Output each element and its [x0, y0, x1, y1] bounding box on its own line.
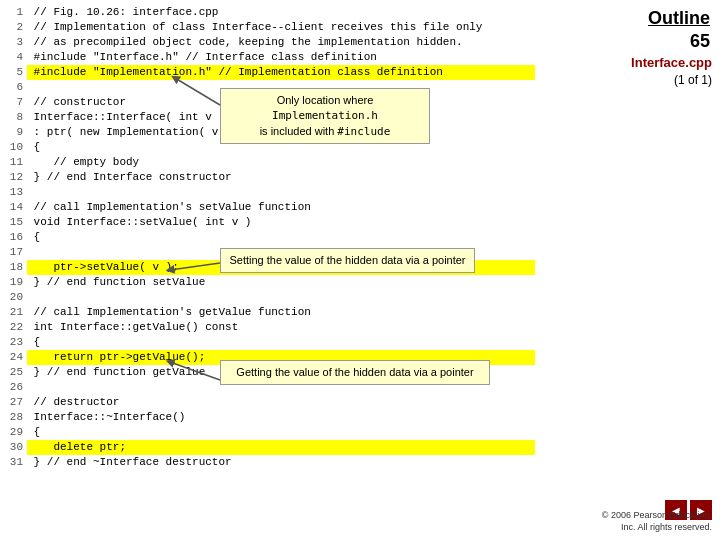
line-number: 26 — [5, 380, 23, 395]
line-text: // Implementation of class Interface--cl… — [27, 20, 535, 35]
code-line: 22 int Interface::getValue() const — [5, 320, 535, 335]
line-text: } // end ~Interface destructor — [27, 455, 535, 470]
line-number: 6 — [5, 80, 23, 95]
footer: © 2006 Pearson Education, Inc. All right… — [602, 509, 712, 534]
line-text: } // end function setValue — [27, 275, 535, 290]
line-number: 31 — [5, 455, 23, 470]
line-text: // empty body — [27, 155, 535, 170]
line-number: 16 — [5, 230, 23, 245]
outline-label: Outline — [648, 8, 710, 29]
line-number: 3 — [5, 35, 23, 50]
code-line: 4 #include "Interface.h" // Interface cl… — [5, 50, 535, 65]
line-number: 30 — [5, 440, 23, 455]
line-text: // as precompiled object code, keeping t… — [27, 35, 535, 50]
line-text: // Fig. 10.26: interface.cpp — [27, 5, 535, 20]
line-number: 4 — [5, 50, 23, 65]
code-line: 3 // as precompiled object code, keeping… — [5, 35, 535, 50]
line-number: 25 — [5, 365, 23, 380]
line-text: } // end Interface constructor — [27, 170, 535, 185]
code-line: 14 // call Implementation's setValue fun… — [5, 200, 535, 215]
file-label: Interface.cpp — [557, 55, 712, 70]
line-number: 7 — [5, 95, 23, 110]
code-line: 1 // Fig. 10.26: interface.cpp — [5, 5, 535, 20]
code-line: 13 — [5, 185, 535, 200]
footer-line1: © 2006 Pearson Education, — [602, 509, 712, 522]
code-line: 20 — [5, 290, 535, 305]
line-number: 17 — [5, 245, 23, 260]
line-number: 12 — [5, 170, 23, 185]
line-number: 29 — [5, 425, 23, 440]
line-number: 21 — [5, 305, 23, 320]
line-number: 14 — [5, 200, 23, 215]
code-line: 29 { — [5, 425, 535, 440]
line-text: delete ptr; — [27, 440, 535, 455]
line-number: 10 — [5, 140, 23, 155]
code-line: 30 delete ptr; — [5, 440, 535, 455]
line-number: 11 — [5, 155, 23, 170]
line-number: 13 — [5, 185, 23, 200]
code-line: 19 } // end function setValue — [5, 275, 535, 290]
line-number: 19 — [5, 275, 23, 290]
line-number: 9 — [5, 125, 23, 140]
line-number: 23 — [5, 335, 23, 350]
slide-page: Outline 65 1 // Fig. 10.26: interface.cp… — [0, 0, 720, 540]
line-number: 20 — [5, 290, 23, 305]
code-line: 23 { — [5, 335, 535, 350]
line-text: #include "Interface.h" // Interface clas… — [27, 50, 535, 65]
line-text: // destructor — [27, 395, 535, 410]
callout-mid: Setting the value of the hidden data via… — [220, 248, 475, 273]
line-number: 5 — [5, 65, 23, 80]
line-text: int Interface::getValue() const — [27, 320, 535, 335]
line-number: 1 — [5, 5, 23, 20]
top-right-panel: Outline 65 — [648, 8, 710, 52]
code-area: 1 // Fig. 10.26: interface.cpp2 // Imple… — [5, 5, 535, 470]
line-number: 2 — [5, 20, 23, 35]
callout-top: Only location where Implementation.his i… — [220, 88, 430, 144]
line-text: #include "Implementation.h" // Implement… — [27, 65, 535, 80]
slide-number: 65 — [690, 31, 710, 52]
line-text: Interface::~Interface() — [27, 410, 535, 425]
line-text: // call Implementation's setValue functi… — [27, 200, 535, 215]
line-number: 8 — [5, 110, 23, 125]
line-number: 24 — [5, 350, 23, 365]
callout-bottom: Getting the value of the hidden data via… — [220, 360, 490, 385]
line-number: 27 — [5, 395, 23, 410]
code-line: 5 #include "Implementation.h" // Impleme… — [5, 65, 535, 80]
line-text — [27, 185, 535, 200]
code-line: 16 { — [5, 230, 535, 245]
code-line: 11 // empty body — [5, 155, 535, 170]
callout-mid-text: Setting the value of the hidden data via… — [229, 254, 465, 266]
line-number: 28 — [5, 410, 23, 425]
footer-line2: Inc. All rights reserved. — [602, 521, 712, 534]
callout-top-text: Only location where Implementation.his i… — [260, 94, 391, 137]
code-line: 28 Interface::~Interface() — [5, 410, 535, 425]
line-text: { — [27, 335, 535, 350]
line-text: { — [27, 425, 535, 440]
callout-bottom-text: Getting the value of the hidden data via… — [236, 366, 473, 378]
code-line: 21 // call Implementation's getValue fun… — [5, 305, 535, 320]
line-text: void Interface::setValue( int v ) — [27, 215, 535, 230]
file-page: (1 of 1) — [557, 73, 712, 87]
line-number: 18 — [5, 260, 23, 275]
code-line: 31 } // end ~Interface destructor — [5, 455, 535, 470]
right-panel: Interface.cpp (1 of 1) — [557, 55, 712, 87]
line-number: 22 — [5, 320, 23, 335]
line-text: { — [27, 230, 535, 245]
line-text — [27, 290, 535, 305]
line-number: 15 — [5, 215, 23, 230]
code-line: 15 void Interface::setValue( int v ) — [5, 215, 535, 230]
line-text: // call Implementation's getValue functi… — [27, 305, 535, 320]
code-line: 12 } // end Interface constructor — [5, 170, 535, 185]
code-line: 27 // destructor — [5, 395, 535, 410]
code-line: 2 // Implementation of class Interface--… — [5, 20, 535, 35]
